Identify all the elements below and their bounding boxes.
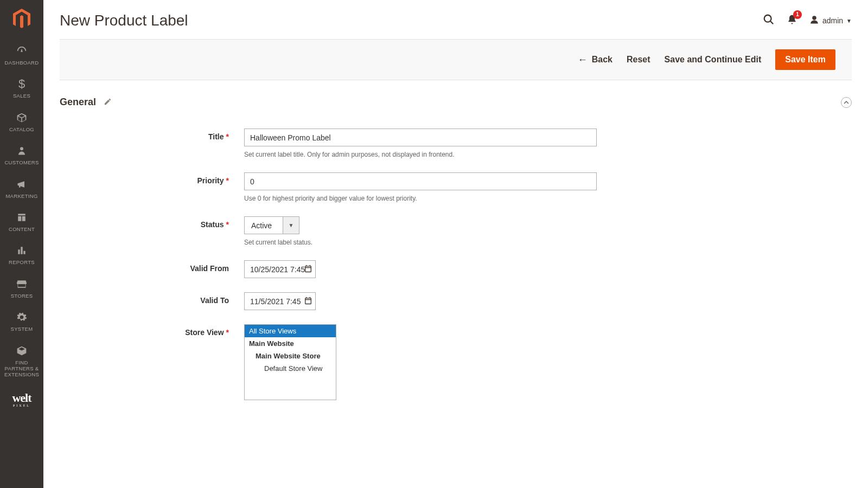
sidebar-item-label: SALES (13, 93, 30, 99)
sidebar-item-label: DASHBOARD (5, 60, 39, 66)
store-view-row: Store View* All Store Views Main Website… (76, 324, 835, 400)
sidebar-item-label: SYSTEM (11, 326, 33, 332)
sidebar-item-welt[interactable]: welt PIXEL (0, 383, 43, 415)
main-content: New Product Label 1 admin ▼ ← Bac (43, 0, 868, 436)
user-icon (809, 14, 819, 28)
section-title: General (60, 97, 112, 108)
valid-to-field (244, 292, 316, 310)
box-icon (16, 111, 27, 124)
store-view-field: All Store Views Main Website Main Websit… (244, 324, 336, 400)
sidebar-item-label: REPORTS (9, 259, 35, 265)
back-button[interactable]: ← Back (578, 54, 612, 66)
svg-point-0 (20, 147, 23, 150)
title-field: Set current label title. Only for admin … (244, 129, 597, 158)
megaphone-icon (16, 178, 28, 191)
reset-button[interactable]: Reset (627, 55, 650, 65)
store-view-multiselect[interactable]: All Store Views Main Website Main Websit… (244, 324, 336, 400)
collapse-icon[interactable] (841, 97, 852, 108)
page-title: New Product Label (60, 12, 188, 29)
chevron-down-icon: ▼ (846, 18, 852, 24)
valid-to-label: Valid To (76, 292, 244, 305)
sidebar-item-marketing[interactable]: MARKETING (0, 171, 43, 204)
status-label: Status* (76, 216, 244, 229)
general-section: General Title* Set current label title. … (43, 80, 868, 436)
save-item-button[interactable]: Save Item (775, 49, 835, 70)
status-select[interactable]: Active ▼ (244, 216, 299, 234)
sidebar-item-system[interactable]: SYSTEM (0, 304, 43, 337)
sidebar-item-stores[interactable]: STORES (0, 271, 43, 304)
layout-icon (16, 211, 27, 224)
save-continue-button[interactable]: Save and Continue Edit (665, 55, 762, 65)
calendar-icon[interactable] (304, 264, 312, 274)
sidebar-item-label: CUSTOMERS (4, 159, 39, 165)
magento-logo-icon (12, 9, 31, 29)
store-icon (16, 278, 28, 291)
welt-logo-text: welt (12, 391, 31, 404)
dashboard-icon (16, 44, 28, 57)
sidebar-item-sales[interactable]: $ SALES (0, 71, 43, 104)
magento-logo[interactable] (0, 0, 43, 38)
reset-label: Reset (627, 55, 650, 65)
notification-count-badge: 1 (793, 10, 802, 19)
action-bar: ← Back Reset Save and Continue Edit Save… (60, 39, 852, 80)
title-row: Title* Set current label title. Only for… (76, 129, 835, 158)
welt-logo-sub: PIXEL (12, 404, 31, 407)
required-indicator: * (226, 176, 229, 185)
store-option-default-store-view[interactable]: Default Store View (245, 362, 336, 375)
sidebar-item-label: FIND PARTNERS & EXTENSIONS (2, 359, 41, 378)
sidebar-item-content[interactable]: CONTENT (0, 204, 43, 237)
priority-row: Priority* Use 0 for highest priority and… (76, 172, 835, 202)
store-view-label: Store View* (76, 324, 244, 337)
search-icon[interactable] (763, 14, 775, 28)
priority-help: Use 0 for highest priority and bigger va… (244, 195, 597, 202)
required-indicator: * (226, 328, 229, 337)
title-help: Set current label title. Only for admin … (244, 151, 597, 158)
required-indicator: * (226, 132, 229, 141)
puzzle-icon (16, 344, 27, 357)
notifications-button[interactable]: 1 (787, 14, 797, 28)
section-header: General (60, 97, 852, 108)
save-continue-label: Save and Continue Edit (665, 55, 762, 65)
admin-sidebar: DASHBOARD $ SALES CATALOG CUSTOMERS MARK… (0, 0, 43, 436)
sidebar-item-label: STORES (11, 293, 33, 299)
svg-point-1 (764, 15, 771, 22)
store-option-main-website-store[interactable]: Main Website Store (245, 350, 336, 362)
status-field: Active ▼ Set current label status. (244, 216, 597, 246)
dollar-icon: $ (18, 78, 25, 91)
pencil-icon[interactable] (104, 98, 112, 107)
valid-from-field (244, 260, 316, 278)
calendar-icon[interactable] (304, 296, 312, 306)
back-label: Back (592, 55, 612, 65)
sidebar-item-label: CATALOG (9, 126, 34, 132)
status-help: Set current label status. (244, 239, 597, 246)
bar-chart-icon (16, 244, 27, 257)
header-actions: 1 admin ▼ (763, 14, 852, 28)
chevron-down-icon: ▼ (283, 216, 299, 234)
title-label: Title* (76, 129, 244, 141)
priority-field: Use 0 for highest priority and bigger va… (244, 172, 597, 202)
user-name: admin (822, 16, 843, 25)
store-option-all[interactable]: All Store Views (245, 325, 336, 337)
sidebar-item-catalog[interactable]: CATALOG (0, 105, 43, 138)
status-value: Active (244, 216, 283, 234)
svg-line-2 (770, 21, 774, 24)
sidebar-item-label: CONTENT (9, 226, 35, 232)
valid-to-row: Valid To (76, 292, 835, 310)
status-row: Status* Active ▼ Set current label statu… (76, 216, 835, 246)
gear-icon (16, 311, 27, 324)
section-title-text: General (60, 97, 96, 108)
general-form: Title* Set current label title. Only for… (60, 129, 852, 436)
sidebar-item-reports[interactable]: REPORTS (0, 237, 43, 271)
priority-input[interactable] (244, 172, 597, 190)
required-indicator: * (226, 220, 229, 229)
page-header: New Product Label 1 admin ▼ (43, 0, 868, 39)
valid-from-label: Valid From (76, 260, 244, 273)
valid-from-row: Valid From (76, 260, 835, 278)
sidebar-item-partners[interactable]: FIND PARTNERS & EXTENSIONS (0, 338, 43, 383)
store-option-main-website[interactable]: Main Website (245, 337, 336, 350)
sidebar-item-dashboard[interactable]: DASHBOARD (0, 38, 43, 71)
sidebar-item-customers[interactable]: CUSTOMERS (0, 138, 43, 171)
user-menu[interactable]: admin ▼ (809, 14, 852, 28)
arrow-left-icon: ← (578, 54, 588, 66)
title-input[interactable] (244, 129, 597, 146)
